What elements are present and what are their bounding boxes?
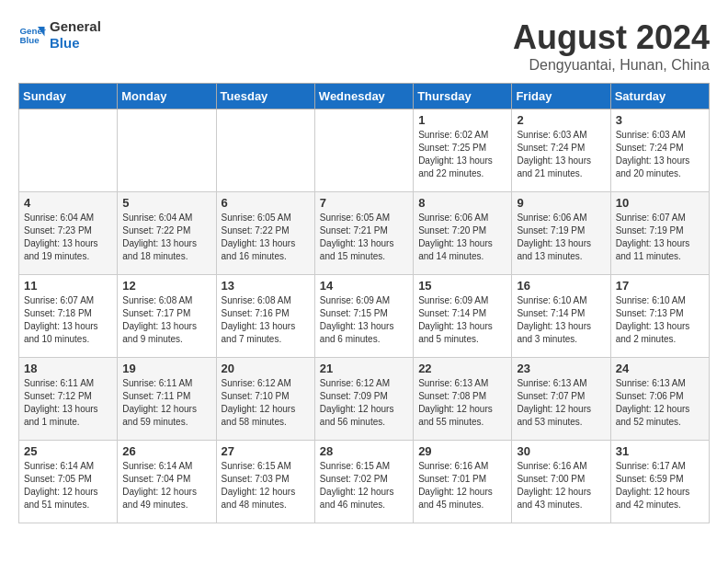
day-info: Sunrise: 6:14 AM Sunset: 7:04 PM Dayligh… <box>122 460 210 511</box>
calendar-cell: 25Sunrise: 6:14 AM Sunset: 7:05 PM Dayli… <box>19 441 118 523</box>
day-number: 27 <box>222 444 310 458</box>
month-year: August 2024 <box>513 18 710 57</box>
day-number: 4 <box>24 196 112 210</box>
day-number: 25 <box>24 444 112 458</box>
day-number: 24 <box>616 362 704 375</box>
day-number: 13 <box>222 279 310 293</box>
day-of-week-header: Monday <box>118 84 216 109</box>
calendar-cell: 22Sunrise: 6:13 AM Sunset: 7:08 PM Dayli… <box>414 358 512 441</box>
calendar-cell: 27Sunrise: 6:15 AM Sunset: 7:03 PM Dayli… <box>216 441 314 523</box>
day-number: 9 <box>517 196 605 210</box>
day-info: Sunrise: 6:13 AM Sunset: 7:08 PM Dayligh… <box>418 377 506 429</box>
day-info: Sunrise: 6:06 AM Sunset: 7:20 PM Dayligh… <box>418 212 506 263</box>
calendar-cell <box>19 109 118 192</box>
day-of-week-header: Tuesday <box>216 84 314 109</box>
day-info: Sunrise: 6:08 AM Sunset: 7:16 PM Dayligh… <box>222 294 310 346</box>
day-info: Sunrise: 6:11 AM Sunset: 7:12 PM Dayligh… <box>24 377 112 429</box>
day-of-week-header: Saturday <box>610 84 709 109</box>
day-info: Sunrise: 6:15 AM Sunset: 7:02 PM Dayligh… <box>320 460 408 511</box>
day-number: 26 <box>122 444 210 458</box>
calendar-cell: 7Sunrise: 6:05 AM Sunset: 7:21 PM Daylig… <box>314 192 413 275</box>
day-info: Sunrise: 6:06 AM Sunset: 7:19 PM Dayligh… <box>517 212 605 263</box>
day-number: 11 <box>24 279 112 293</box>
calendar-cell: 28Sunrise: 6:15 AM Sunset: 7:02 PM Dayli… <box>314 441 413 523</box>
logo-text: GeneralBlue <box>50 18 101 52</box>
day-number: 10 <box>616 196 704 210</box>
calendar-cell: 2Sunrise: 6:03 AM Sunset: 7:24 PM Daylig… <box>512 109 610 192</box>
calendar-week-row: 1Sunrise: 6:02 AM Sunset: 7:25 PM Daylig… <box>19 109 710 192</box>
day-number: 18 <box>24 362 112 375</box>
day-number: 14 <box>320 279 408 293</box>
day-info: Sunrise: 6:12 AM Sunset: 7:10 PM Dayligh… <box>222 377 310 429</box>
calendar-table: SundayMondayTuesdayWednesdayThursdayFrid… <box>18 83 710 523</box>
calendar-cell <box>216 109 314 192</box>
calendar-cell: 11Sunrise: 6:07 AM Sunset: 7:18 PM Dayli… <box>19 275 118 358</box>
day-number: 17 <box>616 279 704 293</box>
day-number: 6 <box>222 196 310 210</box>
calendar-cell <box>118 109 216 192</box>
day-info: Sunrise: 6:03 AM Sunset: 7:24 PM Dayligh… <box>616 129 704 180</box>
day-info: Sunrise: 6:10 AM Sunset: 7:14 PM Dayligh… <box>517 294 605 346</box>
day-number: 1 <box>418 113 506 127</box>
day-info: Sunrise: 6:16 AM Sunset: 7:00 PM Dayligh… <box>517 460 605 511</box>
calendar-body: 1Sunrise: 6:02 AM Sunset: 7:25 PM Daylig… <box>19 109 710 523</box>
calendar-cell: 6Sunrise: 6:05 AM Sunset: 7:22 PM Daylig… <box>216 192 314 275</box>
calendar-cell: 10Sunrise: 6:07 AM Sunset: 7:19 PM Dayli… <box>610 192 709 275</box>
calendar-header-row: SundayMondayTuesdayWednesdayThursdayFrid… <box>19 84 710 109</box>
day-number: 16 <box>517 279 605 293</box>
day-info: Sunrise: 6:05 AM Sunset: 7:21 PM Dayligh… <box>320 212 408 263</box>
calendar-cell: 3Sunrise: 6:03 AM Sunset: 7:24 PM Daylig… <box>610 109 709 192</box>
calendar-cell: 29Sunrise: 6:16 AM Sunset: 7:01 PM Dayli… <box>414 441 512 523</box>
day-info: Sunrise: 6:13 AM Sunset: 7:07 PM Dayligh… <box>517 377 605 429</box>
calendar-cell: 20Sunrise: 6:12 AM Sunset: 7:10 PM Dayli… <box>216 358 314 441</box>
day-info: Sunrise: 6:02 AM Sunset: 7:25 PM Dayligh… <box>418 129 506 180</box>
calendar-week-row: 25Sunrise: 6:14 AM Sunset: 7:05 PM Dayli… <box>19 441 710 523</box>
calendar-cell <box>314 109 413 192</box>
location: Dengyuantai, Hunan, China <box>513 57 710 74</box>
day-info: Sunrise: 6:09 AM Sunset: 7:14 PM Dayligh… <box>418 294 506 346</box>
logo: General Blue GeneralBlue <box>18 18 101 52</box>
calendar-week-row: 4Sunrise: 6:04 AM Sunset: 7:23 PM Daylig… <box>19 192 710 275</box>
day-info: Sunrise: 6:11 AM Sunset: 7:11 PM Dayligh… <box>122 377 210 429</box>
day-number: 7 <box>320 196 408 210</box>
calendar-cell: 21Sunrise: 6:12 AM Sunset: 7:09 PM Dayli… <box>314 358 413 441</box>
day-of-week-header: Thursday <box>414 84 512 109</box>
day-number: 22 <box>418 362 506 375</box>
day-info: Sunrise: 6:15 AM Sunset: 7:03 PM Dayligh… <box>222 460 310 511</box>
calendar-cell: 23Sunrise: 6:13 AM Sunset: 7:07 PM Dayli… <box>512 358 610 441</box>
day-info: Sunrise: 6:14 AM Sunset: 7:05 PM Dayligh… <box>24 460 112 511</box>
calendar-week-row: 11Sunrise: 6:07 AM Sunset: 7:18 PM Dayli… <box>19 275 710 358</box>
calendar-cell: 31Sunrise: 6:17 AM Sunset: 6:59 PM Dayli… <box>610 441 709 523</box>
day-number: 23 <box>517 362 605 375</box>
day-info: Sunrise: 6:13 AM Sunset: 7:06 PM Dayligh… <box>616 377 704 429</box>
day-number: 28 <box>320 444 408 458</box>
calendar-week-row: 18Sunrise: 6:11 AM Sunset: 7:12 PM Dayli… <box>19 358 710 441</box>
day-info: Sunrise: 6:05 AM Sunset: 7:22 PM Dayligh… <box>222 212 310 263</box>
day-number: 21 <box>320 362 408 375</box>
calendar-cell: 4Sunrise: 6:04 AM Sunset: 7:23 PM Daylig… <box>19 192 118 275</box>
calendar-cell: 1Sunrise: 6:02 AM Sunset: 7:25 PM Daylig… <box>414 109 512 192</box>
day-of-week-header: Wednesday <box>314 84 413 109</box>
day-number: 19 <box>122 362 210 375</box>
day-info: Sunrise: 6:17 AM Sunset: 6:59 PM Dayligh… <box>616 460 704 511</box>
day-info: Sunrise: 6:04 AM Sunset: 7:23 PM Dayligh… <box>24 212 112 263</box>
calendar-cell: 14Sunrise: 6:09 AM Sunset: 7:15 PM Dayli… <box>314 275 413 358</box>
day-info: Sunrise: 6:12 AM Sunset: 7:09 PM Dayligh… <box>320 377 408 429</box>
calendar-cell: 24Sunrise: 6:13 AM Sunset: 7:06 PM Dayli… <box>610 358 709 441</box>
day-info: Sunrise: 6:09 AM Sunset: 7:15 PM Dayligh… <box>320 294 408 346</box>
logo-icon: General Blue <box>18 21 46 49</box>
calendar-cell: 26Sunrise: 6:14 AM Sunset: 7:04 PM Dayli… <box>118 441 216 523</box>
calendar-cell: 15Sunrise: 6:09 AM Sunset: 7:14 PM Dayli… <box>414 275 512 358</box>
calendar-cell: 12Sunrise: 6:08 AM Sunset: 7:17 PM Dayli… <box>118 275 216 358</box>
day-number: 8 <box>418 196 506 210</box>
day-info: Sunrise: 6:04 AM Sunset: 7:22 PM Dayligh… <box>122 212 210 263</box>
calendar-cell: 13Sunrise: 6:08 AM Sunset: 7:16 PM Dayli… <box>216 275 314 358</box>
day-number: 29 <box>418 444 506 458</box>
day-of-week-header: Friday <box>512 84 610 109</box>
calendar-cell: 30Sunrise: 6:16 AM Sunset: 7:00 PM Dayli… <box>512 441 610 523</box>
day-info: Sunrise: 6:16 AM Sunset: 7:01 PM Dayligh… <box>418 460 506 511</box>
day-number: 31 <box>616 444 704 458</box>
calendar-cell: 9Sunrise: 6:06 AM Sunset: 7:19 PM Daylig… <box>512 192 610 275</box>
day-info: Sunrise: 6:07 AM Sunset: 7:19 PM Dayligh… <box>616 212 704 263</box>
calendar-cell: 5Sunrise: 6:04 AM Sunset: 7:22 PM Daylig… <box>118 192 216 275</box>
